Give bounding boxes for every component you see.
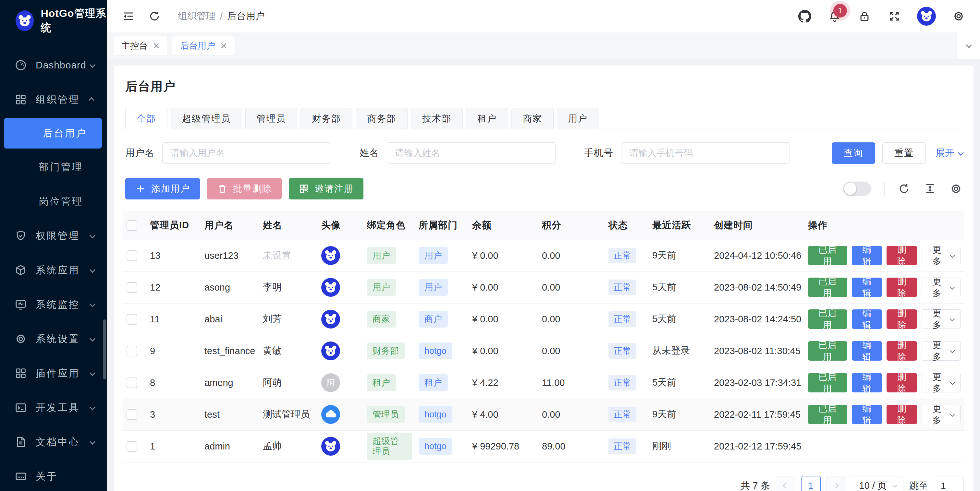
filter-tab-user[interactable]: 用户 [557,108,599,129]
query-button[interactable]: 查询 [832,142,875,164]
edit-button[interactable]: 编辑 [852,405,882,424]
edit-button[interactable]: 编辑 [852,341,882,361]
settings-gear-icon[interactable] [951,9,966,23]
tab-dashboard-console[interactable]: 主控台 [114,37,167,55]
mobile-input[interactable] [621,142,790,164]
delete-button[interactable]: 删除 [886,341,917,361]
more-button[interactable]: 更多 [921,246,961,265]
reset-button[interactable]: 重置 [882,142,926,164]
collapse-sidebar-icon[interactable] [121,9,136,23]
striped-toggle[interactable] [843,182,871,196]
more-button[interactable]: 更多 [921,341,961,361]
jump-to-input[interactable] [934,476,964,491]
more-button[interactable]: 更多 [921,373,961,392]
sidebar-item-doc-center[interactable]: 文档中心 [0,425,107,459]
enabled-button[interactable]: 已启用 [808,246,847,265]
enabled-button[interactable]: 已启用 [808,309,847,329]
row-checkbox[interactable] [127,441,137,452]
filter-tab-business[interactable]: 商务部 [356,108,407,129]
edit-button[interactable]: 编辑 [852,309,882,329]
notifications-bell-icon[interactable]: 1 [827,9,842,23]
expand-filters-link[interactable]: 展开 [935,146,963,160]
name-input[interactable] [387,142,555,164]
reload-table-icon[interactable] [897,182,910,195]
delete-button[interactable]: 删除 [886,405,917,424]
enabled-button[interactable]: 已启用 [808,373,847,392]
page-size-select[interactable]: 10 / 页 [852,476,904,491]
filter-tab-all[interactable]: 全部 [125,108,167,129]
invite-register-button[interactable]: 邀请注册 [289,178,363,199]
delete-button[interactable]: 删除 [886,246,917,265]
filter-tab-admin[interactable]: 管理员 [245,108,297,129]
prev-page-button[interactable] [776,476,795,491]
more-button[interactable]: 更多 [921,278,961,297]
close-icon[interactable] [153,43,159,49]
sidebar-item-department-management[interactable]: 部门管理 [0,150,107,184]
user-avatar[interactable] [917,7,936,25]
more-button[interactable]: 更多 [921,309,961,329]
cell-balance: ¥ 4.22 [469,367,539,399]
row-checkbox[interactable] [127,378,137,388]
fullscreen-icon[interactable] [887,9,902,23]
search-actions: 查询 重置 展开 [832,142,963,164]
close-icon[interactable] [220,43,227,49]
select-all-checkbox[interactable] [127,220,137,231]
app-logo[interactable]: HotGo管理系统 [0,0,107,41]
cell-created-at: 2023-08-02 14:24:50 [711,303,805,335]
department-tag: 租户 [418,374,448,391]
sidebar-item-label: 权限管理 [36,229,90,243]
delete-button[interactable]: 删除 [886,278,917,297]
next-page-button[interactable] [827,476,846,491]
username-input[interactable] [162,142,331,164]
sidebar-item-system-apps[interactable]: 系统应用 [0,253,107,287]
tabs-options-button[interactable] [957,32,980,59]
cell-admin-id: 12 [147,272,201,303]
status-badge: 正常 [608,248,636,263]
more-button[interactable]: 更多 [921,405,961,424]
row-checkbox[interactable] [127,346,137,356]
filter-tab-finance[interactable]: 财务部 [301,108,352,129]
edit-button[interactable]: 编辑 [852,278,882,297]
batch-delete-button[interactable]: 批量删除 [207,178,282,199]
delete-button[interactable]: 删除 [886,373,917,392]
sidebar-item-permissions[interactable]: 权限管理 [0,219,107,253]
github-icon[interactable] [798,9,812,23]
sidebar-item-position-management[interactable]: 岗位管理 [0,184,107,219]
filter-tab-tenant[interactable]: 租户 [466,108,508,129]
delete-button[interactable]: 删除 [886,309,917,329]
tab-backend-users[interactable]: 后台用户 [172,37,235,55]
enabled-button[interactable]: 已启用 [808,278,847,297]
sidebar-item-about[interactable]: 关于 [0,459,107,491]
sidebar-item-system-settings[interactable]: 系统设置 [0,322,107,356]
enabled-button[interactable]: 已启用 [808,405,847,424]
cell-balance: ¥ 0.00 [469,303,539,335]
main-area: 组织管理 / 后台用户 1 [107,0,980,491]
filter-tab-tech[interactable]: 技术部 [411,108,463,129]
row-checkbox[interactable] [127,314,137,325]
breadcrumb-parent[interactable]: 组织管理 [178,10,215,23]
add-user-button[interactable]: 添加用户 [125,178,200,199]
filter-tab-merchant[interactable]: 商家 [511,108,554,129]
filter-tab-super-admin[interactable]: 超级管理员 [171,108,242,129]
enabled-button[interactable]: 已启用 [808,341,847,361]
row-checkbox[interactable] [127,409,137,420]
sidebar-item-dashboard[interactable]: Dashboard [0,48,107,83]
column-settings-icon[interactable] [950,182,963,195]
refresh-icon[interactable] [147,9,162,23]
cell-last-active: 刚刚 [649,431,711,462]
sidebar-item-dev-tools[interactable]: 开发工具 [0,391,107,425]
page-1-button[interactable]: 1 [801,476,821,491]
row-checkbox[interactable] [127,250,137,261]
sidebar-item-plugin-apps[interactable]: 插件应用 [0,356,107,391]
row-checkbox[interactable] [127,282,137,293]
edit-button[interactable]: 编辑 [852,246,882,265]
sidebar-item-organization[interactable]: 组织管理 [0,83,107,117]
lock-screen-icon[interactable] [858,9,872,23]
gauge-icon [14,59,27,72]
sidebar-item-backend-users[interactable]: 后台用户 [4,118,102,149]
cell-last-active: 从未登录 [649,335,711,367]
sidebar-scrollbar[interactable] [103,319,106,380]
edit-button[interactable]: 编辑 [852,373,882,392]
sidebar-item-system-monitor[interactable]: 系统监控 [0,287,107,322]
row-density-icon[interactable] [924,182,937,195]
